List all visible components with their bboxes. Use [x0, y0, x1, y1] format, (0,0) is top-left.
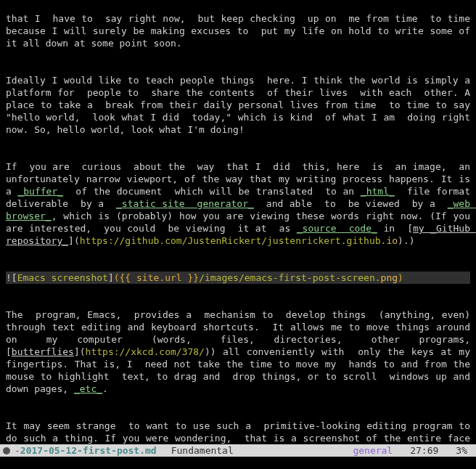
buffer-filename: 2017-05-12-first-post.md: [20, 444, 157, 457]
emphasis: _static site generator_: [116, 198, 254, 209]
liquid-tag: {{ site.url }}: [120, 272, 200, 283]
current-line: ![Emacs screenshot]({{ site.url }}/image…: [6, 272, 470, 284]
cursor-position: 27:69: [410, 444, 438, 457]
major-mode: Fundamental: [171, 444, 234, 457]
minibuffer[interactable]: [0, 457, 476, 469]
emphasis: _source code_: [297, 223, 377, 234]
scroll-percent: 3%: [456, 444, 467, 457]
paragraph: Ideally I would like to teach people thi…: [6, 74, 470, 136]
paragraph: The program, Emacs, provides a mechanism…: [6, 309, 470, 395]
buffer-status-icon: [3, 447, 10, 454]
emphasis: _buffer_: [17, 186, 63, 197]
emphasis: _etc_: [74, 383, 102, 394]
image-path: /images/emacs-first-post-screen.png: [199, 272, 398, 283]
paragraph: that I have to say right now, but keep c…: [6, 12, 470, 49]
minor-mode: general: [353, 444, 393, 457]
image-alt: Emacs screenshot: [17, 272, 108, 283]
mode-line[interactable]: - 2017-05-12-first-post.md Fundamental g…: [0, 444, 476, 457]
editor-buffer[interactable]: that I have to say right now, but keep c…: [0, 0, 476, 469]
paragraph: If you are curious about the way that I …: [6, 160, 470, 247]
markdown-link-text: butterflies: [12, 346, 74, 357]
emphasis: _html_: [361, 186, 395, 197]
markdown-link-url: https://xkcd.com/378/: [86, 346, 205, 357]
markdown-link-url: https://github.com/JustenRickert/justenr…: [80, 235, 398, 246]
modified-indicator: -: [15, 444, 20, 457]
